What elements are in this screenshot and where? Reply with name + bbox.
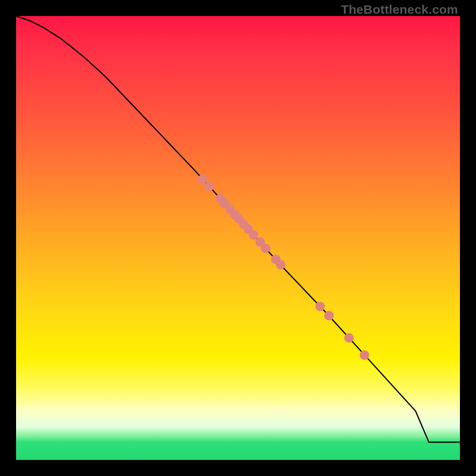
data-point bbox=[315, 302, 325, 311]
data-point bbox=[360, 350, 369, 360]
data-point bbox=[345, 333, 354, 343]
data-point bbox=[198, 175, 207, 184]
data-point bbox=[324, 311, 334, 321]
data-point bbox=[249, 230, 258, 240]
chart-svg bbox=[16, 16, 460, 460]
data-point bbox=[261, 243, 270, 253]
curve-line bbox=[16, 16, 460, 442]
watermark-text: TheBottleneck.com bbox=[341, 2, 458, 17]
chart-frame: TheBottleneck.com bbox=[0, 0, 476, 476]
plot-area bbox=[16, 16, 460, 460]
data-point bbox=[205, 182, 214, 192]
data-point bbox=[276, 260, 286, 270]
